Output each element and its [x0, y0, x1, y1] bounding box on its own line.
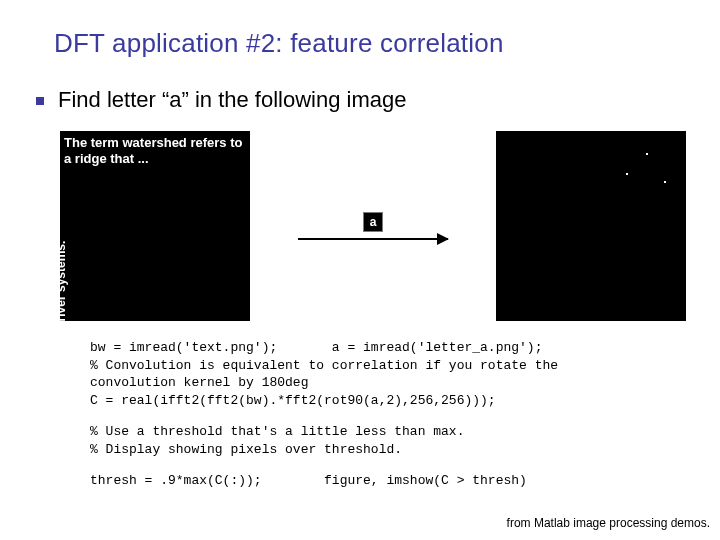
code-block-3: thresh = .9*max(C(:)); figure, imshow(C …: [90, 472, 686, 490]
bullet-icon: [36, 97, 44, 105]
slide-title: DFT application #2: feature correlation: [54, 28, 686, 59]
input-image-top-text: The term watershed refers to a ridge tha…: [64, 135, 246, 166]
match-dot: [626, 173, 628, 175]
figure-row: The term watershed refers to a ridge tha…: [60, 131, 686, 321]
footer-attribution: from Matlab image processing demos.: [507, 516, 710, 530]
code-block-2: % Use a threshold that's a little less t…: [90, 423, 686, 458]
rot-line-3: river systems.: [54, 209, 68, 321]
bullet-text: Find letter “a” in the following image: [58, 87, 407, 113]
slide: DFT application #2: feature correlation …: [0, 0, 720, 540]
input-image-panel: The term watershed refers to a ridge tha…: [60, 131, 250, 321]
rot-line-2: drained by different: [40, 209, 54, 321]
match-dot: [646, 153, 648, 155]
match-dot: [664, 181, 666, 183]
code-block-1: bw = imread('text.png'); a = imread('let…: [90, 339, 686, 409]
arrow-icon: [298, 238, 448, 240]
arrow-area: a: [250, 212, 496, 240]
output-image-panel: [496, 131, 686, 321]
input-image-rotated-text: ... divides areas drained by different r…: [68, 189, 123, 321]
template-letter-a: a: [363, 212, 383, 232]
bullet-item: Find letter “a” in the following image: [36, 87, 686, 113]
rot-line-1: ... divides areas: [27, 209, 41, 321]
